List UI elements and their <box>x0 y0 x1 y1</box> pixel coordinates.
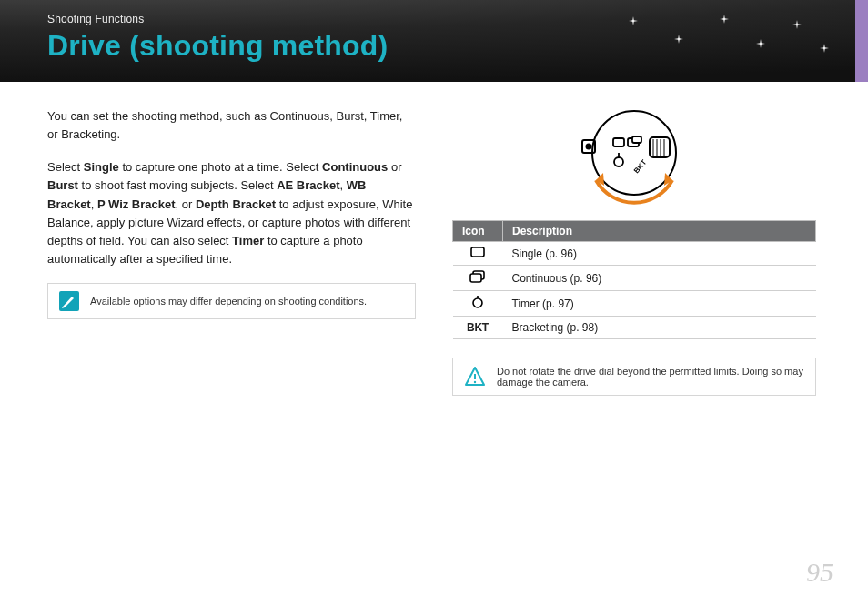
note-pen-icon <box>59 291 79 311</box>
svg-rect-8 <box>632 136 641 143</box>
svg-text:BKT: BKT <box>632 158 649 175</box>
svg-rect-6 <box>613 138 624 146</box>
warning-triangle-icon <box>464 366 486 388</box>
th-desc: Description <box>503 221 816 242</box>
bkt-icon: BKT <box>467 321 489 334</box>
table-row: Continuous (p. 96) <box>453 266 816 291</box>
single-icon <box>470 247 485 260</box>
intro-paragraph: You can set the shooting method, such as… <box>47 107 416 144</box>
table-row: Single (p. 96) <box>453 242 816 266</box>
svg-rect-16 <box>471 247 484 257</box>
svg-point-9 <box>614 157 623 166</box>
note-text: Available options may differ depending o… <box>90 294 367 309</box>
cell-desc: Continuous (p. 96) <box>503 266 816 291</box>
page-header: Shooting Functions Drive (shooting metho… <box>0 0 868 82</box>
svg-point-19 <box>473 298 482 308</box>
modes-table: Icon Description Single (p. 96) Continuo… <box>452 220 816 339</box>
svg-point-22 <box>474 381 476 383</box>
th-icon: Icon <box>453 221 503 242</box>
breadcrumb: Shooting Functions <box>47 13 868 25</box>
warning-callout: Do not rotate the drive dial beyond the … <box>452 358 816 396</box>
drive-dial-illustration: BKT <box>452 107 816 207</box>
cell-desc: Bracketing (p. 98) <box>503 317 816 339</box>
left-column: You can set the shooting method, such as… <box>47 107 416 396</box>
note-callout: Available options may differ depending o… <box>47 283 416 319</box>
table-row: Timer (p. 97) <box>453 291 816 317</box>
table-row: BKT Bracketing (p. 98) <box>453 317 816 339</box>
warning-text: Do not rotate the drive dial beyond the … <box>497 366 804 388</box>
page-number: 95 <box>806 557 833 588</box>
select-paragraph: Select Single to capture one photo at a … <box>47 158 416 268</box>
page-title: Drive (shooting method) <box>47 29 868 63</box>
right-column: BKT Icon Description <box>452 107 816 396</box>
svg-rect-1 <box>650 137 670 157</box>
svg-point-13 <box>586 144 592 150</box>
continuous-icon <box>469 270 486 286</box>
cell-desc: Timer (p. 97) <box>503 291 816 317</box>
timer-icon <box>471 296 484 311</box>
cell-desc: Single (p. 96) <box>503 242 816 266</box>
svg-rect-18 <box>470 274 481 282</box>
